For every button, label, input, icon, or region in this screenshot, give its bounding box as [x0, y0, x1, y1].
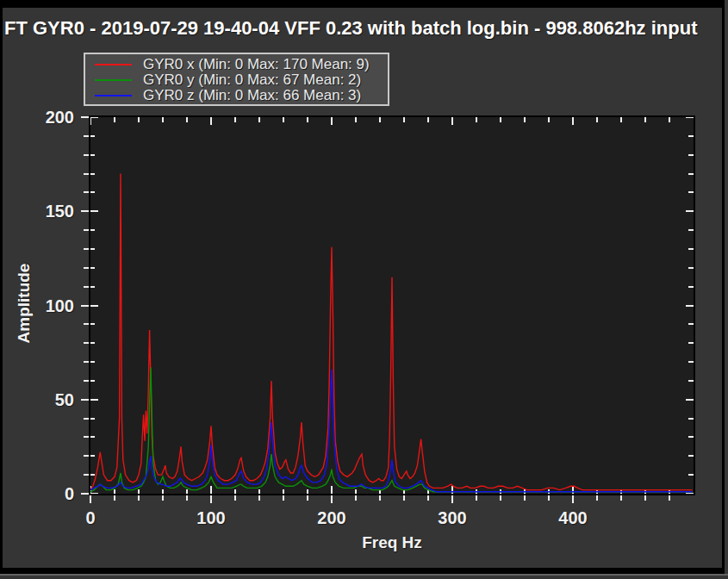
legend-item: GYR0 x (Min: 0 Max: 170 Mean: 9) — [85, 57, 388, 72]
window-title: FT GYR0 - 2019-07-29 19-40-04 VFF 0.23 w… — [4, 17, 697, 40]
adjacent-window-edge-right — [725, 0, 728, 579]
adjacent-window-edge-bottom — [0, 574, 728, 579]
y-tick-label: 100 — [14, 295, 74, 317]
title-bar: FT GYR0 - 2019-07-29 19-40-04 VFF 0.23 w… — [3, 0, 722, 50]
y-tick-label: 150 — [14, 200, 74, 222]
legend-item-label: GYR0 x (Min: 0 Max: 170 Mean: 9) — [143, 56, 370, 73]
x-tick-label: 0 — [60, 507, 121, 528]
legend-line-sample — [95, 64, 132, 65]
x-tick-label: 400 — [543, 507, 603, 528]
legend-line-sample — [95, 95, 132, 96]
x-tick-label: 200 — [302, 507, 362, 528]
legend-item: GYR0 z (Min: 0 Max: 66 Mean: 3) — [85, 88, 388, 103]
legend-item-label: GYR0 y (Min: 0 Max: 67 Mean: 2) — [143, 72, 361, 89]
legend: GYR0 x (Min: 0 Max: 170 Mean: 9)GYR0 y (… — [84, 53, 389, 106]
legend-item-label: GYR0 z (Min: 0 Max: 66 Mean: 3) — [143, 87, 361, 104]
x-tick-label: 300 — [422, 507, 482, 528]
legend-line-sample — [95, 79, 132, 81]
series-line-gyr0-z — [90, 370, 693, 492]
series-line-gyr0-x — [90, 174, 693, 490]
y-tick-label: 50 — [14, 389, 74, 411]
x-axis-title: Freq Hz — [306, 533, 478, 552]
x-tick-label: 100 — [181, 507, 241, 528]
legend-item: GYR0 y (Min: 0 Max: 67 Mean: 2) — [85, 72, 388, 88]
y-tick-label: 200 — [14, 106, 74, 128]
y-tick-label: 0 — [14, 482, 74, 505]
series-line-gyr0-y — [90, 368, 693, 492]
screen: FT GYR0 - 2019-07-29 19-40-04 VFF 0.23 w… — [0, 0, 728, 579]
series-lines — [90, 117, 694, 494]
